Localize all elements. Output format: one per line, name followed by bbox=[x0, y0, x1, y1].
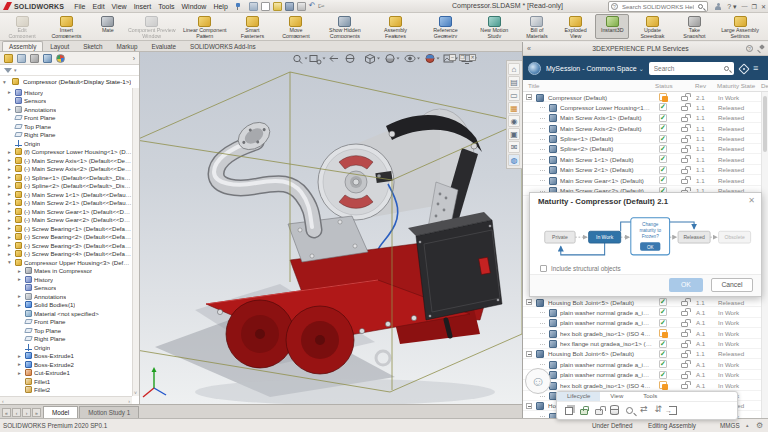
ok-button[interactable]: OK bbox=[669, 278, 703, 292]
column-maturity-state[interactable]: Maturity State bbox=[717, 82, 755, 89]
plm-scrollbar[interactable] bbox=[761, 92, 768, 418]
feature-tree-item[interactable]: Solid Bodies(1) bbox=[0, 301, 132, 310]
expand-arrow-icon[interactable] bbox=[8, 242, 15, 248]
tab-strip-more-icon[interactable]: › bbox=[133, 55, 135, 62]
menu-item[interactable]: View bbox=[112, 3, 127, 10]
3d-model-canvas[interactable] bbox=[140, 52, 522, 404]
plm-row[interactable]: plain washer normal grade a_iso... A.1 I… bbox=[523, 359, 762, 369]
feature-tree-item[interactable]: History bbox=[0, 88, 132, 97]
expand-arrow-icon[interactable] bbox=[18, 276, 25, 282]
column-description[interactable]: Desc bbox=[761, 82, 768, 89]
feature-tree-item[interactable]: Right Plane bbox=[0, 335, 132, 344]
open-document-icon[interactable] bbox=[273, 2, 282, 11]
custom-properties-icon[interactable]: ▣ bbox=[508, 128, 520, 140]
close-button[interactable]: ✕ bbox=[761, 3, 766, 10]
doc-minimize-button[interactable]: – bbox=[449, 54, 456, 61]
expand-arrow-icon[interactable] bbox=[8, 106, 15, 112]
expand-arrow-icon[interactable] bbox=[8, 174, 15, 180]
lifecycle-toolbar-tab[interactable]: Lifecycle bbox=[557, 392, 600, 401]
feature-tree-item[interactable]: Boss-Extrude2 bbox=[0, 360, 132, 369]
minimize-button[interactable]: — bbox=[742, 3, 748, 10]
feature-tree-item[interactable]: (-) Screw Bearing<3> (Default<<Default>_… bbox=[0, 241, 132, 250]
expand-arrow-icon[interactable] bbox=[8, 166, 15, 172]
command-manager-tab[interactable]: Markup bbox=[109, 41, 144, 51]
3dexperience-compass-icon[interactable] bbox=[528, 62, 541, 75]
feature-tree-item[interactable]: (-) Spline<1> (Default<<Default>_Display… bbox=[0, 173, 132, 182]
expand-arrow-icon[interactable] bbox=[8, 225, 15, 231]
expand-arrow-icon[interactable] bbox=[18, 361, 25, 367]
command-manager-tab[interactable]: Evaluate bbox=[144, 41, 183, 51]
expand-arrow-icon[interactable] bbox=[18, 353, 25, 359]
command-button[interactable]: New Motion Study bbox=[472, 14, 517, 39]
command-button[interactable]: Exploded View bbox=[557, 14, 594, 39]
tab-scroll-first-icon[interactable]: « bbox=[2, 408, 11, 417]
model-tab[interactable]: Model bbox=[43, 406, 78, 418]
save-icon[interactable] bbox=[285, 2, 294, 11]
cancel-button[interactable]: Cancel bbox=[711, 278, 753, 292]
units-selector[interactable]: MMGS bbox=[720, 422, 740, 429]
menu-item[interactable]: Window bbox=[181, 3, 206, 10]
dialog-close-icon[interactable]: ✕ bbox=[748, 196, 755, 205]
command-button[interactable]: Assembly Features bbox=[372, 14, 419, 39]
database-sync-icon[interactable] bbox=[610, 405, 619, 415]
feature-tree-item[interactable]: (-) Screw Bearing<2> (Default<<Default>_… bbox=[0, 233, 132, 242]
command-button[interactable]: Show Hidden Components bbox=[319, 14, 371, 39]
feature-tree-item[interactable]: Sensors bbox=[0, 97, 132, 106]
plm-search-box[interactable] bbox=[649, 62, 734, 75]
appearances-icon[interactable]: ◉ bbox=[508, 115, 520, 127]
row-expander-icon[interactable] bbox=[526, 94, 532, 100]
feature-tree-item[interactable]: (-) Main Screw Axis<2> (Default<<Default… bbox=[0, 165, 132, 174]
undo-icon[interactable]: ↶ bbox=[309, 2, 316, 11]
feature-tree-item[interactable]: Front Plane bbox=[0, 114, 132, 123]
expand-arrow-icon[interactable] bbox=[8, 200, 15, 206]
user-account-icon[interactable] bbox=[714, 3, 722, 11]
forum-icon[interactable]: ✉ bbox=[508, 141, 520, 153]
help-search-input[interactable] bbox=[620, 3, 696, 11]
plm-row[interactable]: hex flange nut gradea_iso<1> (I... A.1 I… bbox=[523, 339, 762, 349]
state-private[interactable]: Private bbox=[545, 231, 575, 243]
expand-arrow-icon[interactable] bbox=[18, 293, 25, 299]
print-icon[interactable] bbox=[297, 2, 306, 11]
feature-tree-item[interactable]: (-) Main Screw Gear<1> (Default<<Default… bbox=[0, 207, 132, 216]
row-expander-icon[interactable] bbox=[526, 403, 532, 409]
collapse-panel-icon[interactable]: « bbox=[527, 45, 531, 52]
panel-help-icon[interactable]: ? bbox=[746, 45, 753, 52]
feature-tree-item[interactable]: Sensors bbox=[0, 284, 132, 293]
plm-search-icon[interactable] bbox=[724, 66, 729, 71]
units-dropdown-icon[interactable]: ▴ bbox=[746, 422, 749, 428]
feature-tree-item[interactable]: (-) Screw Bearing<1> (Default<<Default>_… bbox=[0, 224, 132, 233]
command-manager-tab[interactable]: SOLIDWORKS Add-Ins bbox=[183, 41, 263, 51]
menu-item[interactable]: File bbox=[74, 3, 85, 10]
plm-row[interactable]: plain washer normal grade a_iso... A.1 I… bbox=[523, 307, 762, 317]
state-released[interactable]: Released bbox=[678, 231, 710, 243]
expand-arrow-icon[interactable] bbox=[8, 191, 15, 197]
explore-icon[interactable] bbox=[626, 407, 633, 414]
assistant-avatar[interactable]: ☺ bbox=[525, 368, 551, 394]
state-obsolete[interactable]: Obsolete bbox=[719, 231, 751, 243]
feature-tree-item[interactable]: (-) Main Screw 2<1> (Default<<Default>_D… bbox=[0, 199, 132, 208]
insert-column-icon[interactable]: ⇵ bbox=[655, 404, 663, 415]
search-icon[interactable] bbox=[698, 4, 703, 9]
feature-tree-item[interactable]: Annotations bbox=[0, 105, 132, 114]
command-button[interactable]: Smart Fasteners bbox=[232, 14, 273, 39]
pin-menu-icon[interactable] bbox=[234, 3, 241, 10]
intake-pipe-component[interactable] bbox=[214, 117, 314, 230]
row-expander-icon[interactable] bbox=[526, 351, 532, 357]
dimxpert-tab-icon[interactable] bbox=[43, 54, 52, 63]
feature-tree-root[interactable]: Compressor (Default<Display State-1>) bbox=[0, 77, 139, 86]
plm-row[interactable]: Housing Bolt Joint<6> (Default) 1.1 Rele… bbox=[523, 349, 762, 359]
tab-scroll-last-icon[interactable]: » bbox=[32, 408, 41, 417]
plm-row[interactable]: plain washer normal grade a_iso... A.1 I… bbox=[523, 370, 762, 380]
plm-row[interactable]: Compressor (Default) 2.1 In Work bbox=[523, 92, 762, 102]
feature-tree-item[interactable]: Cut-Extrude1 bbox=[0, 369, 132, 378]
plm-row[interactable]: Main Screw Axis<1> (Default) 1.1 Release… bbox=[523, 113, 762, 123]
feature-tree-item[interactable]: Boss-Extrude1 bbox=[0, 352, 132, 361]
expand-arrow-icon[interactable] bbox=[8, 251, 15, 257]
plm-row[interactable]: Main Screw 1<1> (Default) 1.1 Released bbox=[523, 154, 762, 164]
doc-close-button[interactable]: ✕ bbox=[469, 54, 476, 61]
tab-scroll-right-icon[interactable]: › bbox=[22, 408, 31, 417]
restore-button[interactable]: ❐ bbox=[752, 3, 757, 10]
command-button[interactable]: Large Assembly Settings bbox=[714, 14, 766, 39]
session-selector[interactable]: MySession - Common Space⌄ bbox=[546, 65, 644, 72]
panel-menu-icon[interactable]: ≡ bbox=[753, 63, 763, 73]
